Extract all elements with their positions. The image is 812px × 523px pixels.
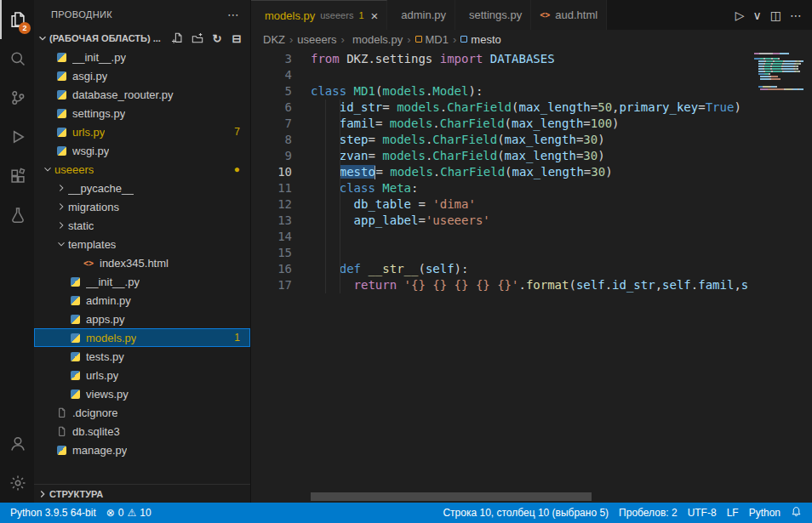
code-line-15[interactable]: 15 — [251, 245, 812, 261]
code-text: famil= models.CharField(max_length=100) — [292, 116, 620, 132]
file-tree: __init__.pyasgi.pydatabase_roouter.pyset… — [34, 48, 250, 484]
tree-item-__pycache__[interactable]: __pycache__ — [34, 179, 250, 197]
tree-item-models.py[interactable]: models.py1 — [34, 328, 250, 347]
minimap-line — [754, 78, 803, 80]
tree-item-templates[interactable]: templates — [34, 235, 250, 253]
line-number: 14 — [251, 229, 292, 245]
notifications-bell[interactable] — [786, 506, 807, 520]
activity-extensions-button[interactable] — [0, 156, 34, 196]
code-line-16[interactable]: 16 def __str__(self): — [251, 261, 812, 277]
breadcrumb-item-MD1[interactable]: MD1 — [415, 33, 449, 46]
tree-item-admin.py[interactable]: admin.py — [34, 291, 250, 310]
code-text: from DKZ.settings import DATABASES — [292, 51, 555, 67]
account-icon — [9, 435, 26, 452]
tree-item-asgi.py[interactable]: asgi.py — [34, 66, 250, 85]
code-line-10[interactable]: 10 mesto= models.CharField(max_length=30… — [251, 164, 812, 180]
sidebar-more-actions-button[interactable]: ⋯ — [227, 8, 240, 21]
minimap-line — [754, 83, 803, 85]
horizontal-scrollbar[interactable] — [311, 492, 592, 501]
code-line-11[interactable]: 11 class Meta: — [251, 180, 812, 196]
tree-item-manage.py[interactable]: manage.py — [34, 441, 250, 459]
line-number: 10 — [251, 164, 292, 180]
code-line-5[interactable]: 5class MD1(models.Model): — [251, 83, 812, 99]
tree-item-label: static — [68, 219, 94, 232]
tree-item-migrations[interactable]: migrations — [34, 197, 250, 216]
run-button[interactable]: ▷ — [735, 9, 745, 22]
code-line-6[interactable]: 6 id_str= models.CharField(max_length=50… — [251, 99, 812, 116]
activity-account-button[interactable] — [0, 424, 34, 463]
tree-item-__init__.py[interactable]: __init__.py — [34, 48, 250, 66]
minimap[interactable] — [752, 48, 805, 503]
code-line-7[interactable]: 7 famil= models.CharField(max_length=100… — [251, 116, 812, 132]
workspace-section-header[interactable]: (РАБОЧАЯ ОБЛАСТЬ) ... ↻⊟ — [34, 29, 250, 48]
code-lines: 3from DKZ.settings import DATABASES45cla… — [251, 51, 812, 293]
cursor-position-status[interactable]: Строка 10, столбец 10 (выбрано 5) — [437, 507, 614, 519]
new-folder-button[interactable] — [189, 30, 206, 47]
activity-testing-button[interactable] — [0, 196, 34, 235]
tree-item-apps.py[interactable]: apps.py — [34, 310, 250, 328]
tab-admin.py[interactable]: admin.py — [387, 0, 455, 30]
breadcrumb-item-models.py[interactable]: models.py — [349, 33, 403, 46]
tree-item-views.py[interactable]: views.py — [34, 384, 250, 403]
python-version-status[interactable]: Python 3.9.5 64-bit — [5, 503, 101, 523]
new-file-icon — [172, 32, 184, 44]
tree-item-urls.py[interactable]: urls.py7 — [34, 122, 250, 141]
activity-source-control-button[interactable] — [0, 78, 34, 117]
code-line-17[interactable]: 17 return '{} {} {} {} {}'.format(self.i… — [251, 277, 812, 293]
close-icon[interactable]: × — [371, 9, 379, 22]
problems-status[interactable]: ⊗ 0 ⚠ 10 — [101, 503, 157, 523]
activity-explorer-button[interactable]: 2 — [0, 0, 34, 39]
code-line-13[interactable]: 13 app_label='useeers' — [251, 213, 812, 229]
breadcrumb-item-DKZ[interactable]: DKZ — [263, 33, 285, 46]
tree-item-database_roouter.py[interactable]: database_roouter.py — [34, 85, 250, 104]
line-number: 7 — [251, 116, 292, 132]
eol-status[interactable]: LF — [722, 507, 744, 519]
split-editor-button[interactable]: ◫ — [770, 9, 781, 22]
encoding-status[interactable]: UTF-8 — [683, 507, 722, 519]
tree-item-settings.py[interactable]: settings.py — [34, 104, 250, 122]
code-line-4[interactable]: 4 — [251, 67, 812, 83]
code-line-3[interactable]: 3from DKZ.settings import DATABASES — [251, 51, 812, 67]
tree-item-wsgi.py[interactable]: wsgi.py — [34, 141, 250, 160]
activity-search-button[interactable] — [0, 39, 34, 78]
code-line-9[interactable]: 9 zvan= models.CharField(max_length=30) — [251, 148, 812, 164]
tab-label: models.py — [265, 9, 315, 22]
breadcrumb-separator: › — [289, 33, 293, 46]
collapse-all-button[interactable]: ⊟ — [228, 30, 245, 47]
tree-item-badge: 1 — [234, 332, 250, 344]
tree-item-db.sqlite3[interactable]: db.sqlite3 — [34, 422, 250, 441]
tree-item-urls.py[interactable]: urls.py — [34, 366, 250, 384]
activity-settings-gear-button[interactable] — [0, 463, 34, 503]
outline-section-header[interactable]: СТРУКТУРА — [34, 484, 250, 503]
more-actions-button[interactable]: ⋯ — [790, 9, 802, 22]
refresh-button[interactable]: ↻ — [209, 30, 226, 47]
breadcrumb-separator: › — [453, 33, 456, 46]
source-control-icon — [9, 89, 26, 106]
indentation-status[interactable]: Пробелов: 2 — [614, 507, 683, 519]
code-line-14[interactable]: 14 — [251, 229, 812, 245]
tree-item-static[interactable]: static — [34, 216, 250, 235]
tree-item-tests.py[interactable]: tests.py — [34, 347, 250, 366]
language-mode-status[interactable]: Python — [744, 507, 786, 519]
tab-aud.html[interactable]: <>aud.html — [531, 0, 607, 30]
file-icon — [54, 426, 68, 437]
tree-item-.dcignore[interactable]: .dcignore — [34, 403, 250, 422]
breadcrumb-item-useeers[interactable]: useeers — [297, 33, 336, 46]
breadcrumb-item-mesto[interactable]: mesto — [460, 33, 500, 46]
tree-item-label: tests.py — [86, 350, 124, 363]
code-text: return '{} {} {} {} {}'.format(self.id_s… — [292, 277, 748, 293]
tree-item-label: settings.py — [72, 107, 125, 120]
run-dropdown-button[interactable]: ∨ — [753, 9, 762, 22]
code-text: def __str__(self): — [292, 261, 468, 277]
minimap-line — [754, 88, 803, 90]
activity-run-debug-button[interactable] — [0, 117, 34, 156]
code-line-12[interactable]: 12 db_table = 'dima' — [251, 196, 812, 213]
new-file-button[interactable] — [169, 30, 186, 47]
tree-item-useeers[interactable]: useeers● — [34, 160, 250, 179]
tree-item-__init__.py[interactable]: __init__.py — [34, 272, 250, 291]
code-line-8[interactable]: 8 step= models.CharField(max_length=30) — [251, 132, 812, 148]
tab-models.py[interactable]: models.pyuseeers1× — [251, 0, 387, 30]
tree-item-index345.html[interactable]: <>index345.html — [34, 253, 250, 272]
tab-settings.py[interactable]: settings.py — [455, 0, 531, 30]
code-editor[interactable]: 3from DKZ.settings import DATABASES45cla… — [251, 48, 812, 503]
